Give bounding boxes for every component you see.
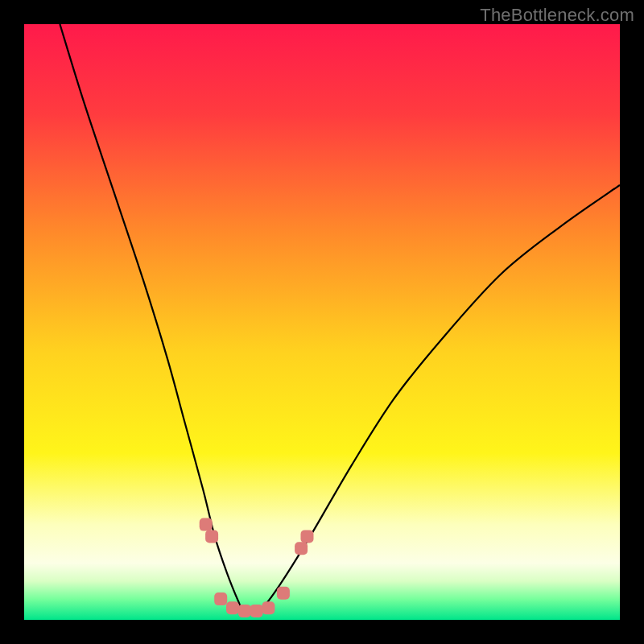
highlight-dot [200, 518, 213, 531]
plot-area [24, 24, 620, 620]
highlight-dot [301, 530, 314, 543]
highlight-dot [205, 530, 218, 543]
watermark-text: TheBottleneck.com [480, 5, 634, 26]
chart-frame: TheBottleneck.com [0, 0, 644, 644]
highlight-dot [277, 587, 290, 600]
highlight-dot [214, 592, 227, 605]
highlight-dot [262, 601, 275, 614]
highlight-dot [295, 542, 308, 555]
highlight-dot [250, 605, 263, 617]
highlight-dot [226, 601, 239, 614]
curve-layer [24, 24, 620, 620]
highlight-markers [200, 518, 314, 617]
bottleneck-curve [60, 24, 620, 615]
highlight-dot [238, 605, 251, 617]
